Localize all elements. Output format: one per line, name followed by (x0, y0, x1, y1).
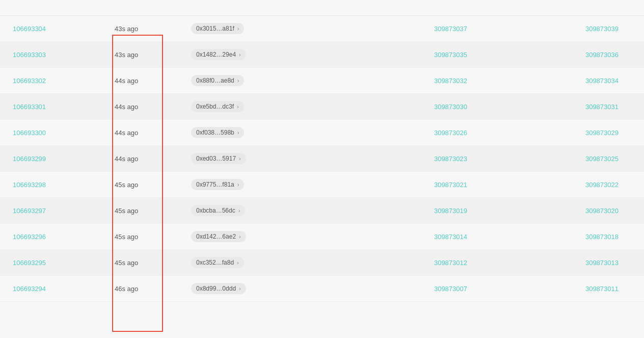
block-link[interactable]: 106693298 (13, 181, 46, 189)
cell-hash[interactable]: 0xed03…5917 › (191, 153, 344, 164)
hash-badge[interactable]: 0x88f0…ae8d › (191, 75, 244, 86)
chevron-right-icon: › (237, 103, 239, 110)
cell-first-version[interactable]: 309873007 (344, 285, 488, 293)
chevron-right-icon: › (239, 233, 241, 240)
cell-last-version[interactable]: 309873029 (488, 129, 631, 137)
cell-last-version[interactable]: 309873013 (488, 259, 631, 267)
block-link[interactable]: 106693300 (13, 129, 46, 137)
hash-badge[interactable]: 0x9775…f81a › (191, 179, 244, 190)
cell-age: 44s ago (115, 155, 191, 163)
cell-block[interactable]: 106693302 (13, 77, 115, 85)
cell-first-version[interactable]: 309873030 (344, 103, 488, 111)
cell-last-version[interactable]: 309873034 (488, 77, 631, 85)
first-version-link[interactable]: 309873012 (434, 259, 467, 267)
cell-block[interactable]: 106693294 (13, 285, 115, 293)
last-version-link[interactable]: 309873022 (585, 181, 619, 189)
hash-badge[interactable]: 0xd142…6ae2 › (191, 231, 246, 242)
cell-hash[interactable]: 0x9775…f81a › (191, 179, 344, 190)
last-version-link[interactable]: 309873013 (585, 259, 619, 267)
block-link[interactable]: 106693296 (13, 233, 46, 241)
cell-block[interactable]: 106693297 (13, 207, 115, 215)
first-version-link[interactable]: 309873023 (434, 155, 467, 163)
cell-last-version[interactable]: 309873025 (488, 155, 631, 163)
hash-badge[interactable]: 0x8d99…0ddd › (191, 283, 246, 294)
cell-block[interactable]: 106693299 (13, 155, 115, 163)
first-version-link[interactable]: 309873032 (434, 77, 467, 85)
table-row: 106693301 44s ago 0xe5bd…dc3f › 30987303… (0, 94, 644, 120)
cell-first-version[interactable]: 309873035 (344, 51, 488, 59)
chevron-right-icon: › (237, 77, 239, 84)
last-version-link[interactable]: 309873034 (585, 77, 619, 85)
cell-last-version[interactable]: 309873011 (488, 285, 631, 293)
hash-badge[interactable]: 0x3015…a81f › (191, 23, 244, 34)
last-version-link[interactable]: 309873025 (585, 155, 619, 163)
cell-block[interactable]: 106693304 (13, 25, 115, 33)
first-version-link[interactable]: 309873030 (434, 103, 467, 111)
cell-hash[interactable]: 0x3015…a81f › (191, 23, 344, 34)
cell-last-version[interactable]: 309873018 (488, 233, 631, 241)
cell-hash[interactable]: 0xbcba…56dc › (191, 205, 344, 216)
cell-block[interactable]: 106693295 (13, 259, 115, 267)
hash-badge[interactable]: 0xed03…5917 › (191, 153, 246, 164)
last-version-link[interactable]: 309873020 (585, 207, 619, 215)
cell-age: 46s ago (115, 285, 191, 293)
cell-last-version[interactable]: 309873022 (488, 181, 631, 189)
last-version-link[interactable]: 309873031 (585, 103, 619, 111)
table-row: 106693295 45s ago 0xc352…fa8d › 30987301… (0, 250, 644, 276)
cell-first-version[interactable]: 309873021 (344, 181, 488, 189)
cell-block[interactable]: 106693300 (13, 129, 115, 137)
block-link[interactable]: 106693297 (13, 207, 46, 215)
cell-last-version[interactable]: 309873020 (488, 207, 631, 215)
cell-last-version[interactable]: 309873036 (488, 51, 631, 59)
last-version-link[interactable]: 309873039 (585, 25, 619, 33)
block-link[interactable]: 106693302 (13, 77, 46, 85)
cell-first-version[interactable]: 309873019 (344, 207, 488, 215)
cell-hash[interactable]: 0xf038…598b › (191, 127, 344, 138)
block-link[interactable]: 106693295 (13, 259, 46, 267)
block-link[interactable]: 106693303 (13, 51, 46, 59)
block-table: 106693304 43s ago 0x3015…a81f › 30987303… (0, 0, 644, 338)
cell-block[interactable]: 106693296 (13, 233, 115, 241)
block-link[interactable]: 106693294 (13, 285, 46, 293)
cell-first-version[interactable]: 309873032 (344, 77, 488, 85)
hash-badge[interactable]: 0xc352…fa8d › (191, 257, 244, 268)
cell-first-version[interactable]: 309873037 (344, 25, 488, 33)
cell-block[interactable]: 106693298 (13, 181, 115, 189)
cell-first-version[interactable]: 309873012 (344, 259, 488, 267)
cell-hash[interactable]: 0xc352…fa8d › (191, 257, 344, 268)
cell-block[interactable]: 106693301 (13, 103, 115, 111)
first-version-link[interactable]: 309873037 (434, 25, 467, 33)
cell-hash[interactable]: 0x8d99…0ddd › (191, 283, 344, 294)
cell-first-version[interactable]: 309873026 (344, 129, 488, 137)
hash-badge[interactable]: 0x1482…29e4 › (191, 49, 246, 60)
block-link[interactable]: 106693301 (13, 103, 46, 111)
first-version-link[interactable]: 309873035 (434, 51, 467, 59)
cell-last-version[interactable]: 309873031 (488, 103, 631, 111)
last-version-link[interactable]: 309873036 (585, 51, 619, 59)
hash-badge[interactable]: 0xe5bd…dc3f › (191, 101, 244, 112)
cell-last-version[interactable]: 309873039 (488, 25, 631, 33)
chevron-right-icon: › (237, 25, 239, 32)
cell-hash[interactable]: 0x1482…29e4 › (191, 49, 344, 60)
first-version-link[interactable]: 309873007 (434, 285, 467, 293)
block-link[interactable]: 106693299 (13, 155, 46, 163)
cell-block[interactable]: 106693303 (13, 51, 115, 59)
cell-age: 43s ago (115, 51, 191, 59)
cell-age: 43s ago (115, 25, 191, 33)
cell-first-version[interactable]: 309873023 (344, 155, 488, 163)
cell-hash[interactable]: 0xe5bd…dc3f › (191, 101, 344, 112)
cell-hash[interactable]: 0xd142…6ae2 › (191, 231, 344, 242)
last-version-link[interactable]: 309873029 (585, 129, 619, 137)
last-version-link[interactable]: 309873011 (585, 285, 619, 293)
first-version-link[interactable]: 309873014 (434, 233, 467, 241)
last-version-link[interactable]: 309873018 (585, 233, 619, 241)
first-version-link[interactable]: 309873021 (434, 181, 467, 189)
cell-first-version[interactable]: 309873014 (344, 233, 488, 241)
first-version-link[interactable]: 309873019 (434, 207, 467, 215)
hash-badge[interactable]: 0xf038…598b › (191, 127, 244, 138)
first-version-link[interactable]: 309873026 (434, 129, 467, 137)
block-link[interactable]: 106693304 (13, 25, 46, 33)
hash-value: 0x3015…a81f (196, 25, 234, 32)
cell-hash[interactable]: 0x88f0…ae8d › (191, 75, 344, 86)
hash-badge[interactable]: 0xbcba…56dc › (191, 205, 245, 216)
